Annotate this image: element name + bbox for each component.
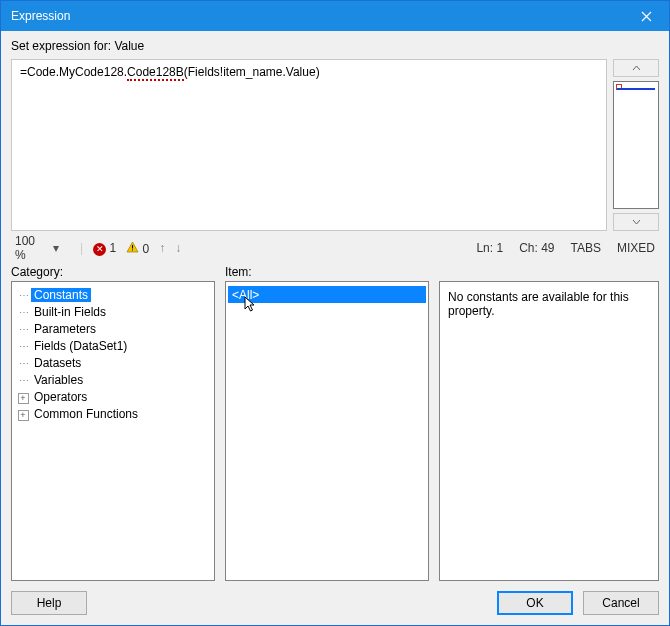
svg-rect-0: [132, 245, 133, 249]
warning-indicator[interactable]: 0: [126, 241, 149, 256]
description-text: No constants are available for this prop…: [442, 286, 656, 322]
tree-item[interactable]: ⋯Datasets: [14, 354, 212, 371]
tree-item[interactable]: ⋯Parameters: [14, 320, 212, 337]
titlebar[interactable]: Expression: [1, 1, 669, 31]
zoom-dropdown[interactable]: 100 % ▾: [15, 234, 70, 262]
code-prefix: =Code.MyCode128.: [20, 65, 127, 79]
item-label: Item:: [225, 265, 429, 279]
close-button[interactable]: [623, 1, 669, 31]
tree-leaf-icon: ⋯: [19, 290, 28, 301]
tree-item[interactable]: ⋯Built-in Fields: [14, 303, 212, 320]
dialog-body: Set expression for: Value =Code.MyCode12…: [1, 31, 669, 625]
cursor-icon: [244, 296, 260, 314]
cursor-col: Ch: 49: [519, 241, 554, 255]
code-error-span: Code128B: [127, 65, 184, 81]
svg-rect-1: [132, 249, 133, 250]
category-label: Category:: [11, 265, 215, 279]
preview-scroll-up[interactable]: [613, 59, 659, 77]
warning-icon: [126, 241, 139, 253]
expression-dialog: Expression Set expression for: Value =Co…: [0, 0, 670, 626]
tree-item[interactable]: ⋯Variables: [14, 371, 212, 388]
code-suffix: (Fields!item_name.Value): [184, 65, 320, 79]
cancel-button[interactable]: Cancel: [583, 591, 659, 615]
tree-item[interactable]: ⋯Fields (DataSet1): [14, 337, 212, 354]
cursor-line: Ln: 1: [476, 241, 503, 255]
tree-leaf-icon: ⋯: [19, 358, 28, 369]
description-spacer: [439, 265, 659, 279]
error-indicator[interactable]: ✕ 1: [93, 241, 116, 256]
window-title: Expression: [11, 9, 623, 23]
mixed-mode[interactable]: MIXED: [617, 241, 655, 255]
tree-item[interactable]: +Operators: [14, 388, 212, 405]
picker-columns: Category: ⋯Constants⋯Built-in Fields⋯Par…: [11, 265, 659, 581]
warning-count: 0: [143, 242, 150, 256]
help-button[interactable]: Help: [11, 591, 87, 615]
category-tree[interactable]: ⋯Constants⋯Built-in Fields⋯Parameters⋯Fi…: [11, 281, 215, 581]
tree-item[interactable]: +Common Functions: [14, 405, 212, 422]
description-box: No constants are available for this prop…: [439, 281, 659, 581]
tree-leaf-icon: ⋯: [19, 375, 28, 386]
zoom-value: 100 %: [15, 234, 43, 262]
tree-item-label: Constants: [31, 288, 91, 302]
tree-leaf-icon: ⋯: [19, 307, 28, 318]
expand-icon[interactable]: +: [18, 393, 29, 404]
error-count: 1: [109, 241, 116, 255]
item-column: Item: <All>: [225, 265, 429, 581]
error-icon: ✕: [93, 243, 106, 256]
chevron-down-icon: ▾: [43, 241, 71, 255]
button-row: Help OK Cancel: [11, 587, 659, 615]
tree-item-label: Operators: [31, 390, 90, 404]
set-expression-label: Set expression for: Value: [11, 39, 659, 53]
description-column: No constants are available for this prop…: [439, 265, 659, 581]
tree-leaf-icon: ⋯: [19, 324, 28, 335]
tree-item-label: Fields (DataSet1): [31, 339, 130, 353]
ok-button[interactable]: OK: [497, 591, 573, 615]
preview-line-icon: [617, 88, 655, 90]
tree-item-label: Parameters: [31, 322, 99, 336]
tabs-mode[interactable]: TABS: [571, 241, 601, 255]
tree-item-label: Datasets: [31, 356, 84, 370]
preview-column: [613, 59, 659, 231]
editor-row: =Code.MyCode128.Code128B(Fields!item_nam…: [11, 59, 659, 231]
tree-item[interactable]: ⋯Constants: [14, 286, 212, 303]
report-preview[interactable]: [613, 81, 659, 209]
tree-item-label: Common Functions: [31, 407, 141, 421]
expand-icon[interactable]: +: [18, 410, 29, 421]
tree-item-label: Built-in Fields: [31, 305, 109, 319]
item-list[interactable]: <All>: [225, 281, 429, 581]
prev-issue-button[interactable]: ↑: [159, 241, 165, 255]
tree-item-label: Variables: [31, 373, 86, 387]
tree-leaf-icon: ⋯: [19, 341, 28, 352]
next-issue-button[interactable]: ↓: [175, 241, 181, 255]
category-column: Category: ⋯Constants⋯Built-in Fields⋯Par…: [11, 265, 215, 581]
status-bar: 100 % ▾ | ✕ 1 0 ↑ ↓ Ln: 1 Ch: 49 TABS MI…: [11, 237, 659, 259]
preview-scroll-down[interactable]: [613, 213, 659, 231]
expression-editor[interactable]: =Code.MyCode128.Code128B(Fields!item_nam…: [11, 59, 607, 231]
